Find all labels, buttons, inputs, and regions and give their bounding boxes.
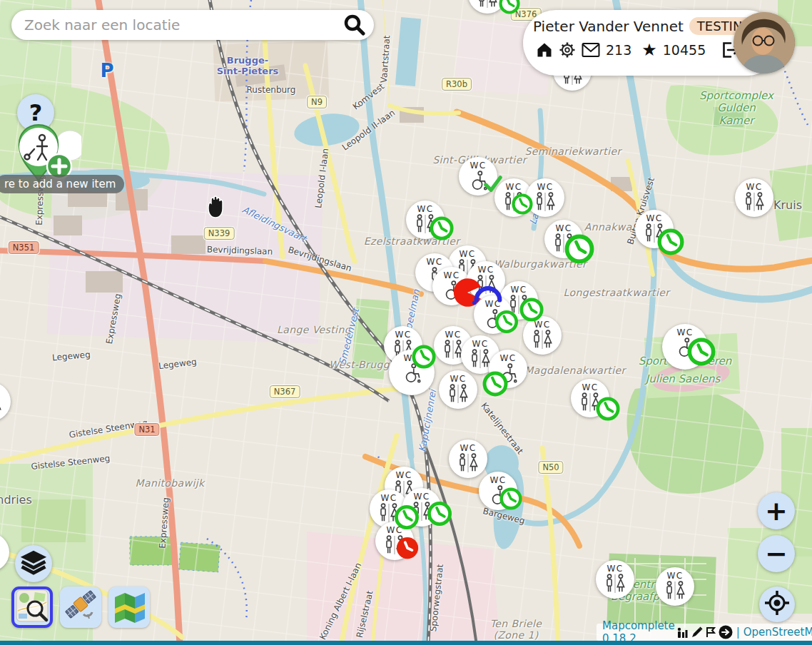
- wc-marker-label: WC: [403, 353, 420, 363]
- wc-marker[interactable]: WC: [735, 178, 773, 217]
- wc-marker-label: WC: [470, 161, 486, 171]
- add-item-tooltip: re to add a new item: [0, 175, 124, 193]
- wc-marker[interactable]: WC: [432, 267, 471, 305]
- wc-marker-label: WC: [395, 330, 411, 340]
- wheelchair-icon: [674, 337, 696, 360]
- wc-marker-label: WC: [489, 475, 506, 485]
- folded-map-icon: [112, 589, 146, 626]
- wc-marker[interactable]: WC: [406, 200, 445, 239]
- wc-marker[interactable]: WC: [523, 316, 562, 355]
- wheelchair-icon: [497, 363, 519, 386]
- wc-marker[interactable]: WC: [662, 324, 708, 370]
- gear-icon[interactable]: [559, 41, 576, 59]
- flag-icon[interactable]: [705, 626, 716, 638]
- male-female-icon: [382, 535, 407, 558]
- wc-marker[interactable]: WC: [571, 379, 609, 417]
- avatar[interactable]: [734, 12, 795, 73]
- zoom-in-button[interactable]: +: [758, 492, 795, 529]
- male-female-icon: [578, 392, 602, 415]
- wc-marker[interactable]: WC: [544, 220, 583, 258]
- wc-marker[interactable]: WC: [389, 350, 435, 395]
- male-female-icon: [742, 192, 766, 215]
- wc-marker-label: WC: [445, 330, 461, 340]
- style-satellite-button[interactable]: [60, 586, 101, 628]
- changesets-count: 10455: [663, 42, 706, 58]
- wc-marker[interactable]: WC: [459, 157, 497, 195]
- male-female-icon: [474, 275, 498, 298]
- geolocate-button[interactable]: [759, 586, 795, 622]
- zoom-in-label: +: [765, 495, 788, 527]
- layers-button[interactable]: [15, 545, 52, 582]
- wc-marker[interactable]: WC: [375, 522, 414, 560]
- wc-marker[interactable]: WC: [479, 472, 517, 510]
- wc-marker[interactable]: WC: [596, 560, 634, 599]
- statistics-icon[interactable]: [677, 627, 689, 638]
- wc-marker-label: WC: [505, 182, 522, 192]
- male-female-icon: [0, 396, 4, 419]
- wc-marker[interactable]: WC: [402, 488, 441, 527]
- wc-marker-label: WC: [477, 265, 494, 275]
- male-female-icon: [456, 453, 480, 476]
- style-osm-carto-button[interactable]: [11, 586, 53, 628]
- user-name: Pieter Vander Vennet: [533, 18, 684, 35]
- wc-marker[interactable]: WC: [439, 370, 477, 409]
- wc-marker-label: WC: [666, 571, 683, 581]
- wc-marker[interactable]: WC: [635, 210, 674, 248]
- messages-count: 213: [606, 42, 631, 58]
- wc-marker[interactable]: WC: [467, 261, 505, 300]
- wc-marker-label: WC: [484, 299, 501, 309]
- wheelchair-icon: [441, 280, 462, 303]
- male-female-icon: [475, 0, 499, 11]
- location-search-bar: [11, 10, 374, 40]
- wc-marker-label: WC: [443, 270, 460, 280]
- wc-marker-label: WC: [395, 470, 412, 480]
- zoom-out-label: −: [765, 538, 788, 569]
- male-female-icon: [0, 547, 2, 569]
- messages-icon[interactable]: [582, 42, 600, 58]
- style-map-button[interactable]: [108, 586, 150, 628]
- wc-marker-label: WC: [510, 285, 527, 295]
- male-female-icon: [533, 192, 557, 215]
- male-female-icon: [502, 192, 526, 215]
- wc-marker[interactable]: WC: [526, 178, 564, 217]
- search-input[interactable]: [24, 16, 342, 34]
- wc-marker-label: WC: [537, 182, 553, 192]
- male-female-icon: [663, 581, 687, 604]
- wc-marker-label: WC: [746, 182, 762, 192]
- map-magnifier-icon: [16, 589, 49, 625]
- wc-marker[interactable]: WC: [489, 350, 527, 388]
- layers-icon: [19, 549, 48, 579]
- male-female-icon: [410, 502, 434, 524]
- wc-marker-label: WC: [380, 493, 397, 503]
- attribution-separator: |: [736, 626, 740, 639]
- wc-marker[interactable]: WC: [474, 295, 512, 334]
- wc-marker-label: WC: [413, 492, 430, 502]
- home-icon[interactable]: [536, 41, 553, 59]
- star-icon: ★: [641, 40, 657, 60]
- satellite-icon: [64, 589, 98, 626]
- attribution-toggle-icon[interactable]: [719, 625, 733, 639]
- male-female-icon: [413, 214, 437, 237]
- male-female-icon: [446, 384, 470, 407]
- wc-marker-label: WC: [417, 204, 433, 214]
- background-style-switcher: [11, 586, 150, 628]
- wc-marker-label: WC: [426, 257, 442, 267]
- wheelchair-icon: [482, 309, 504, 332]
- wheelchair-icon: [467, 171, 489, 193]
- wc-marker-label: WC: [386, 525, 402, 535]
- wc-marker-label: WC: [499, 353, 516, 363]
- search-icon[interactable]: [342, 13, 367, 37]
- male-female-icon: [530, 330, 554, 352]
- wc-marker-label: WC: [459, 249, 475, 259]
- bottom-accent-bar: [0, 641, 812, 645]
- wc-marker[interactable]: WC: [656, 567, 694, 606]
- male-female-icon: [642, 223, 666, 246]
- wc-marker-label: WC: [555, 223, 572, 233]
- zoom-out-button[interactable]: −: [758, 535, 795, 572]
- pencil-icon[interactable]: [691, 626, 703, 638]
- wc-marker[interactable]: WC: [449, 440, 487, 478]
- wc-marker-label: WC: [646, 213, 662, 223]
- osm-link[interactable]: OpenStreetMap: [744, 626, 812, 639]
- crosshair-icon: [764, 590, 790, 619]
- wc-marker-label: WC: [676, 327, 693, 337]
